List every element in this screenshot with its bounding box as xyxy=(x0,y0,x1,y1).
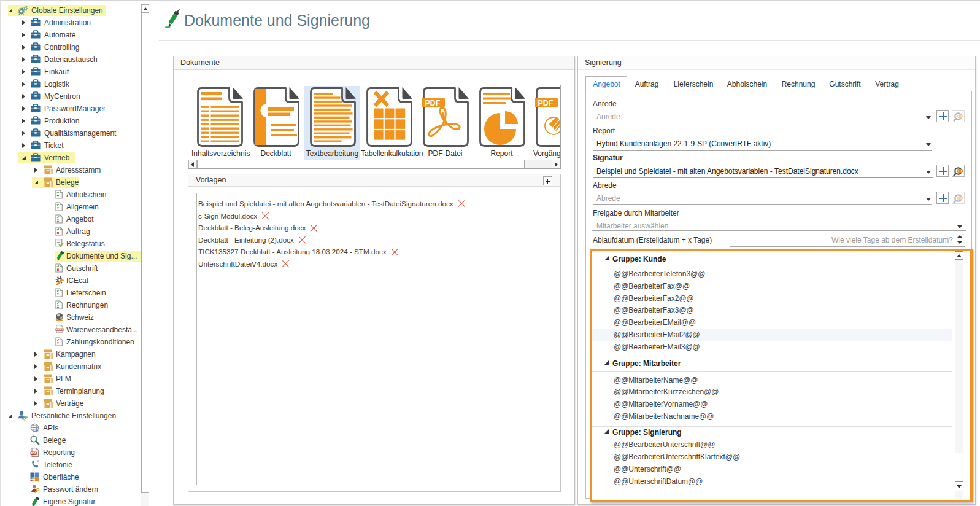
svg-text:PDF: PDF xyxy=(425,99,441,107)
svg-text:PDF: PDF xyxy=(538,99,554,107)
